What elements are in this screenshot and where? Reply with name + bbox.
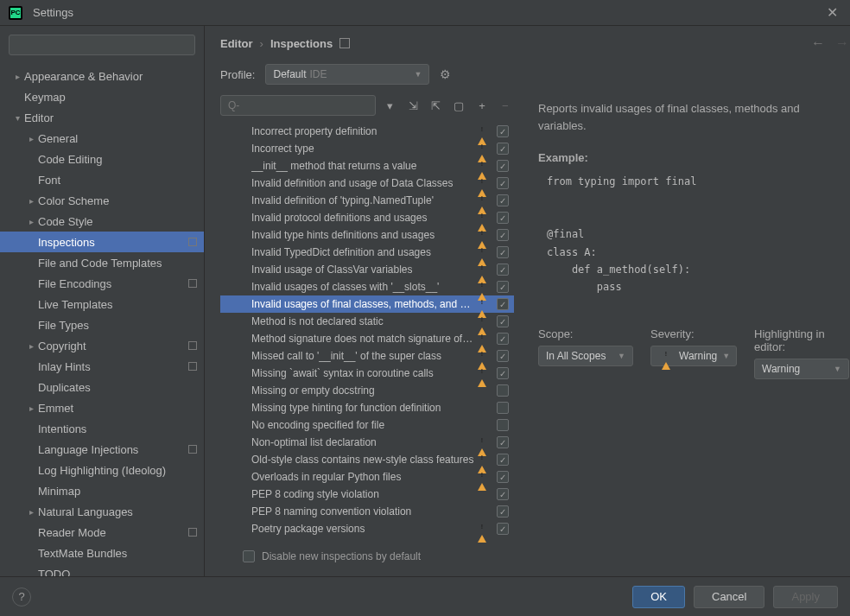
- inspection-checkbox[interactable]: [497, 333, 509, 345]
- inspection-row[interactable]: Non-optimal list declaration: [220, 434, 514, 451]
- inspection-row[interactable]: Method is not declared static: [220, 313, 514, 330]
- inspection-row[interactable]: Invalid TypedDict definition and usages: [220, 244, 514, 261]
- sidebar-item-general[interactable]: ▸General: [0, 128, 204, 149]
- inspection-row[interactable]: Invalid usages of final classes, methods…: [220, 295, 514, 313]
- inspection-row[interactable]: Missing `await` syntax in coroutine call…: [220, 365, 514, 382]
- inspection-row[interactable]: PEP 8 coding style violation: [220, 486, 514, 503]
- inspection-checkbox[interactable]: [497, 350, 509, 362]
- inspection-checkbox[interactable]: [497, 419, 509, 431]
- add-icon[interactable]: +: [473, 96, 492, 115]
- inspection-checkbox[interactable]: [497, 315, 509, 327]
- help-icon[interactable]: ?: [12, 587, 31, 606]
- inspection-checkbox[interactable]: [497, 264, 509, 276]
- ok-button[interactable]: OK: [632, 586, 685, 608]
- expand-all-icon[interactable]: ⇲: [404, 96, 422, 115]
- sidebar-item-language-injections[interactable]: Language Injections: [0, 439, 204, 460]
- sidebar-tree[interactable]: ▸Appearance & BehaviorKeymap▾Editor▸Gene…: [0, 60, 204, 576]
- inspection-checkbox[interactable]: [497, 212, 509, 224]
- inspection-checkbox[interactable]: [497, 488, 509, 500]
- highlight-label: Highlighting in editor:: [754, 327, 849, 353]
- apply-button[interactable]: Apply: [773, 586, 838, 608]
- inspection-checkbox[interactable]: [497, 246, 509, 258]
- cancel-button[interactable]: Cancel: [694, 586, 764, 608]
- sidebar-item-reader-mode[interactable]: Reader Mode: [0, 522, 204, 543]
- inspection-checkbox[interactable]: [497, 454, 509, 466]
- inspection-row[interactable]: Overloads in regular Python files: [220, 468, 514, 486]
- inspection-checkbox[interactable]: [497, 160, 509, 172]
- inspection-row[interactable]: Missing or empty docstring: [220, 382, 514, 399]
- inspection-row[interactable]: Invalid type hints definitions and usage…: [220, 226, 514, 244]
- inspection-checkbox[interactable]: [497, 436, 509, 448]
- sidebar-item-font[interactable]: Font: [0, 169, 204, 190]
- sidebar-item-code-style[interactable]: ▸Code Style: [0, 211, 204, 232]
- inspection-row[interactable]: No encoding specified for file: [220, 416, 514, 434]
- inspection-row[interactable]: PEP 8 naming convention violation: [220, 503, 514, 520]
- scope-select[interactable]: In All Scopes▼: [538, 346, 633, 366]
- inspection-checkbox[interactable]: [497, 298, 509, 310]
- sidebar-item-natural-languages[interactable]: ▸Natural Languages: [0, 501, 204, 522]
- inspection-row[interactable]: Incorrect property definition: [220, 123, 514, 140]
- sidebar-item-textmate-bundles[interactable]: TextMate Bundles: [0, 543, 204, 563]
- inspection-list[interactable]: Incorrect property definitionIncorrect t…: [220, 123, 514, 543]
- sidebar-item-duplicates[interactable]: Duplicates: [0, 377, 204, 397]
- highlight-select[interactable]: Warning▼: [754, 359, 849, 379]
- gear-icon[interactable]: ⚙: [440, 67, 457, 81]
- sidebar-item-file-types[interactable]: File Types: [0, 314, 204, 335]
- inspection-checkbox[interactable]: [497, 194, 509, 206]
- inspection-row[interactable]: Old-style class contains new-style class…: [220, 451, 514, 468]
- inspection-row[interactable]: Invalid definition of 'typing.NamedTuple…: [220, 192, 514, 209]
- sidebar-item-emmet[interactable]: ▸Emmet: [0, 397, 204, 418]
- inspection-row[interactable]: __init__ method that returns a value: [220, 157, 514, 175]
- inspection-checkbox[interactable]: [497, 523, 509, 535]
- disable-new-checkbox[interactable]: Disable new inspections by default: [236, 550, 421, 562]
- sidebar-item-appearance-behavior[interactable]: ▸Appearance & Behavior: [0, 66, 204, 86]
- inspection-checkbox[interactable]: [497, 471, 509, 483]
- inspection-row[interactable]: Missed call to '__init__' of the super c…: [220, 347, 514, 365]
- sidebar-item-inspections[interactable]: Inspections: [0, 232, 204, 252]
- sidebar-item-file-encodings[interactable]: File Encodings: [0, 273, 204, 294]
- remove-icon[interactable]: −: [496, 96, 514, 115]
- nav-back-icon[interactable]: ←: [811, 35, 825, 51]
- inspection-row[interactable]: Method signature does not match signatur…: [220, 330, 514, 347]
- inspection-search-input[interactable]: [220, 95, 376, 116]
- sidebar-item-todo[interactable]: TODO: [0, 563, 204, 576]
- inspection-checkbox[interactable]: [497, 281, 509, 293]
- sidebar-item-intentions[interactable]: Intentions: [0, 418, 204, 439]
- nav-forward-icon[interactable]: →: [835, 35, 849, 51]
- sidebar-item-keymap[interactable]: Keymap: [0, 86, 204, 107]
- inspection-checkbox[interactable]: [497, 143, 509, 155]
- inspection-row[interactable]: Invalid definition and usage of Data Cla…: [220, 175, 514, 192]
- close-icon[interactable]: ✕: [823, 4, 841, 21]
- inspection-checkbox[interactable]: [497, 125, 509, 137]
- sidebar-item-minimap[interactable]: Minimap: [0, 480, 204, 501]
- sidebar-item-live-templates[interactable]: Live Templates: [0, 294, 204, 314]
- inspection-checkbox[interactable]: [497, 229, 509, 241]
- sidebar-search-input[interactable]: [9, 35, 195, 55]
- inspection-row[interactable]: Incorrect type: [220, 140, 514, 157]
- sidebar-item-copyright[interactable]: ▸Copyright: [0, 335, 204, 356]
- inspection-row[interactable]: Poetry package versions: [220, 520, 514, 537]
- inspection-row[interactable]: Invalid usages of classes with '__slots_…: [220, 278, 514, 295]
- sidebar-item-file-and-code-templates[interactable]: File and Code Templates: [0, 252, 204, 273]
- inspection-checkbox[interactable]: [497, 177, 509, 189]
- sidebar-item-code-editing[interactable]: Code Editing: [0, 149, 204, 169]
- inspection-row[interactable]: Missing type hinting for function defini…: [220, 399, 514, 416]
- modified-marker-icon: [188, 362, 197, 371]
- inspection-row[interactable]: Invalid protocol definitions and usages: [220, 209, 514, 226]
- warning-icon: [478, 143, 490, 155]
- sidebar-item-log-highlighting-ideolog-[interactable]: Log Highlighting (Ideolog): [0, 460, 204, 480]
- inspection-checkbox[interactable]: [497, 384, 509, 397]
- breadcrumb-root[interactable]: Editor: [220, 37, 253, 50]
- inspection-checkbox[interactable]: [497, 402, 509, 414]
- sidebar-item-inlay-hints[interactable]: Inlay Hints: [0, 356, 204, 377]
- inspection-row[interactable]: Invalid usage of ClassVar variables: [220, 261, 514, 278]
- severity-select[interactable]: Warning▼: [650, 346, 737, 366]
- inspection-checkbox[interactable]: [497, 505, 509, 518]
- inspection-checkbox[interactable]: [497, 367, 509, 379]
- collapse-all-icon[interactable]: ⇱: [427, 96, 445, 115]
- profile-select[interactable]: Default IDE ▼: [265, 64, 429, 85]
- reset-icon[interactable]: ▢: [450, 96, 468, 115]
- sidebar-item-editor[interactable]: ▾Editor: [0, 107, 204, 128]
- sidebar-item-color-scheme[interactable]: ▸Color Scheme: [0, 190, 204, 211]
- filter-icon[interactable]: ▾: [381, 96, 399, 115]
